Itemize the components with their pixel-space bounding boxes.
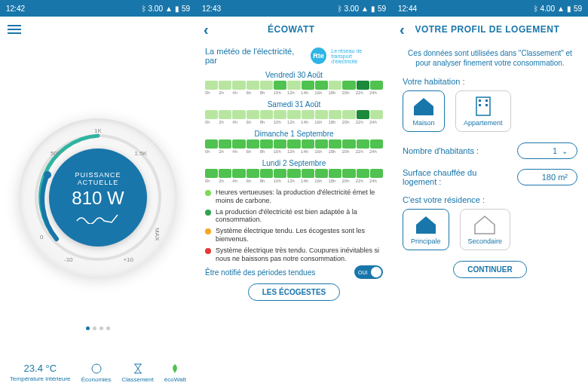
notif-toggle[interactable]: OUI — [354, 265, 383, 279]
hour-cell — [260, 81, 273, 90]
hour-cell — [342, 169, 355, 178]
svg-point-1 — [44, 171, 51, 179]
tick-neg10: -10 — [64, 256, 73, 263]
status-icons: ᛒ 3.00 ▲ ▮ 59 — [142, 5, 191, 13]
piggy-icon — [90, 363, 103, 375]
hour-bar — [205, 110, 383, 119]
hour-labels: 0h2h4h6h8h10h12h14h16h18h20h22h24h — [205, 179, 383, 183]
page-dots[interactable] — [86, 326, 110, 330]
page-title: ÉCOWATT — [209, 24, 374, 35]
residence-choices: Principale Secondaire — [403, 209, 577, 250]
hour-cell — [219, 81, 231, 90]
menu-button[interactable] — [8, 25, 21, 34]
hour-cell — [342, 110, 355, 119]
house-icon — [411, 96, 436, 117]
svg-rect-7 — [485, 104, 488, 106]
hour-cell — [205, 81, 218, 90]
status-time: 12:43 — [202, 5, 221, 13]
hour-cell — [287, 169, 300, 178]
nav-ranking[interactable]: Classement — [121, 363, 153, 383]
hour-cell — [302, 169, 314, 178]
dial-arc — [19, 118, 177, 277]
hour-cell — [357, 169, 369, 178]
hour-cell — [274, 110, 286, 119]
ecogestes-button[interactable]: LES ÉCOGESTES — [248, 283, 340, 301]
choice-secondaire[interactable]: Secondaire — [460, 209, 511, 250]
occupants-select[interactable]: 1⌄ — [517, 142, 577, 159]
legend-dot — [205, 210, 211, 216]
hour-cell — [302, 139, 314, 149]
gauge-area[interactable]: 0 500 1K 1.5K MAX -10 +10 PUISSANCE ACTU… — [0, 42, 196, 353]
hour-cell — [260, 110, 273, 119]
chevron-down-icon: ⌄ — [562, 147, 568, 155]
hour-cell — [247, 169, 259, 178]
surface-input[interactable]: 180 m² — [517, 169, 577, 185]
nav-temperature[interactable]: 23.4 °C Température intérieure — [10, 363, 70, 382]
hour-cell — [219, 169, 231, 178]
screen-ecowatt: 12:43 ᛒ3.00▲▮59 ‹ ÉCOWATT La météo de l'… — [196, 0, 392, 392]
hour-labels: 0h2h4h6h8h10h12h14h16h18h20h22h24h — [205, 120, 383, 124]
hour-cell — [205, 169, 218, 178]
notification-row: Être notifié des périodes tendues OUI — [205, 265, 383, 279]
choice-appartement[interactable]: Appartement — [455, 90, 511, 132]
page-title: VOTRE PROFIL DE LOGEMENT — [405, 24, 570, 35]
temp-label: Température intérieure — [10, 375, 70, 382]
hour-cell — [315, 110, 328, 119]
tick-1.5k: 1.5K — [135, 150, 147, 157]
habitation-label: Votre habitation : — [403, 77, 577, 86]
hour-labels: 0h2h4h6h8h10h12h14h16h18h20h22h24h — [205, 149, 383, 154]
intro-text: La météo de l'électricité, par — [205, 47, 306, 65]
hour-cell — [247, 110, 259, 119]
svg-rect-6 — [479, 104, 481, 106]
svg-rect-5 — [485, 100, 488, 102]
nav-ecowatt[interactable]: écoWatt — [164, 363, 186, 383]
legend-text: Système électrique très tendu. Coupures … — [216, 247, 383, 263]
day-block: Dimanche 1 Septembre0h2h4h6h8h10h12h14h1… — [205, 130, 383, 154]
legend-dot — [205, 228, 211, 234]
choice-maison[interactable]: Maison — [403, 90, 445, 132]
hour-cell — [370, 139, 383, 149]
back-button[interactable]: ‹ — [204, 21, 209, 38]
occupants-label: Nombre d'habitants : — [403, 146, 479, 155]
tick-pos10: +10 — [123, 256, 133, 263]
hour-cell — [370, 110, 383, 119]
ecowatt-body: La météo de l'électricité, par Rte Le ré… — [196, 42, 392, 392]
hour-cell — [274, 169, 286, 178]
choice-principale[interactable]: Principale — [403, 209, 449, 250]
continue-button[interactable]: CONTINUER — [453, 261, 526, 278]
hour-cell — [205, 139, 218, 149]
surface-field: Surface chauffée du logement : 180 m² — [403, 168, 577, 186]
hour-cell — [247, 139, 259, 149]
status-time: 12:44 — [398, 5, 417, 13]
house-outline-icon — [472, 214, 498, 235]
day-name: Samedi 31 Août — [205, 100, 383, 109]
hour-cell — [315, 139, 328, 149]
rte-logo: Rte — [311, 47, 326, 64]
legend-text: La production d'électricité est bien ada… — [216, 208, 383, 225]
header: ‹ ÉCOWATT — [196, 17, 392, 42]
net-speed: 3.00 — [149, 5, 163, 13]
hour-cell — [357, 139, 369, 149]
hour-cell — [247, 81, 259, 90]
legend-text: Système électrique tendu. Les écogestes … — [216, 227, 383, 243]
svg-rect-3 — [476, 97, 490, 115]
hour-bar — [205, 169, 383, 178]
signal-icon: ▮ — [175, 5, 179, 13]
hour-cell — [274, 81, 286, 90]
back-button[interactable]: ‹ — [400, 21, 405, 38]
day-name: Lundi 2 Septembre — [205, 159, 383, 167]
status-bar: 12:42 ᛒ 3.00 ▲ ▮ 59 — [0, 0, 196, 17]
bottom-nav: 23.4 °C Température intérieure Économies… — [0, 353, 196, 392]
building-icon — [470, 96, 496, 117]
toggle-label: OUI — [358, 270, 367, 275]
status-bar: 12:44 ᛒ4.00▲▮59 — [392, 0, 588, 17]
status-time: 12:42 — [6, 5, 25, 13]
hour-cell — [232, 139, 245, 149]
legend-row: Système électrique tendu. Les écogestes … — [205, 227, 383, 243]
svg-point-2 — [92, 364, 101, 373]
intro-row: La météo de l'électricité, par Rte Le ré… — [205, 47, 383, 65]
hour-cell — [302, 81, 314, 90]
nav-savings[interactable]: Économies — [81, 363, 112, 383]
hour-cell — [260, 139, 273, 149]
hour-cell — [232, 169, 245, 178]
